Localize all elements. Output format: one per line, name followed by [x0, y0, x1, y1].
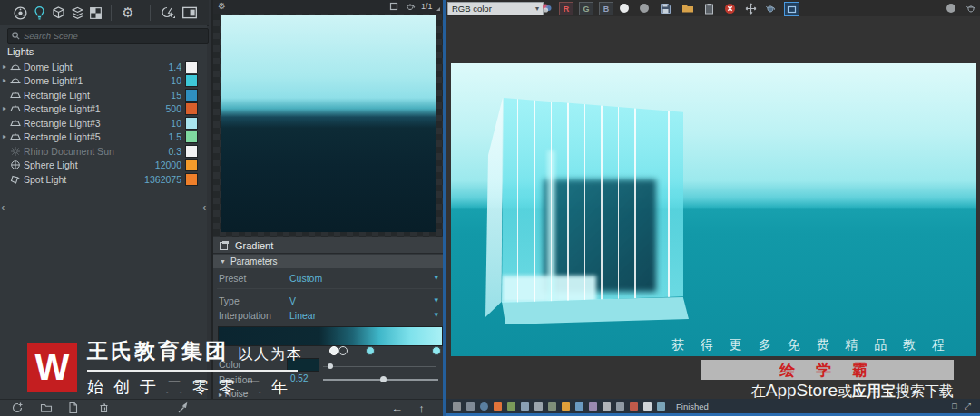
delete-icon[interactable]: [98, 401, 112, 415]
settings-icon[interactable]: ⚙: [120, 5, 136, 21]
light-color-swatch[interactable]: [185, 173, 198, 186]
track-mouse-icon[interactable]: [744, 2, 758, 15]
type-dropdown[interactable]: V: [289, 295, 296, 306]
save-image-icon[interactable]: [659, 2, 672, 15]
status-toolbar-icon[interactable]: [521, 402, 529, 411]
preview-zoom-level[interactable]: 1/1: [421, 2, 433, 11]
textures-tab-icon[interactable]: [87, 5, 103, 21]
stats-toggle-icon[interactable]: □: [952, 401, 956, 411]
interactive-render-icon[interactable]: [160, 5, 176, 21]
open-folder-icon[interactable]: [40, 401, 54, 415]
status-toolbar-icon[interactable]: [494, 402, 502, 411]
light-color-swatch[interactable]: [185, 159, 198, 171]
status-toolbar-icon[interactable]: [630, 402, 638, 411]
light-row[interactable]: Rectangle Light 15: [0, 88, 207, 102]
preset-dropdown[interactable]: Custom: [289, 273, 322, 284]
panel-collapse-handle[interactable]: ‹: [1, 200, 5, 214]
green-channel-button[interactable]: G: [579, 2, 593, 15]
light-color-swatch[interactable]: [185, 117, 198, 130]
red-channel-button[interactable]: R: [559, 2, 573, 15]
status-toolbar-icon[interactable]: [603, 402, 611, 411]
zoom-dropdown-corner-icon[interactable]: [436, 7, 440, 11]
spot-light-icon: [9, 174, 24, 185]
color-mini-slider-handle[interactable]: [328, 363, 333, 369]
light-row[interactable]: ▸ Rectangle Light#5 1.5: [0, 130, 207, 143]
status-toolbar-icon[interactable]: [562, 402, 570, 411]
color-mini-slider[interactable]: [323, 366, 436, 367]
light-row[interactable]: Spot Light 1362075: [0, 172, 207, 186]
parameters-section-header[interactable]: ▼ Parameters: [213, 255, 446, 268]
preview-settings-icon[interactable]: ⚙: [218, 1, 226, 11]
expand-arrow-icon[interactable]: ▸: [0, 63, 9, 71]
gradient-stop[interactable]: [366, 346, 375, 355]
chevron-down-icon[interactable]: ▾: [434, 273, 438, 282]
panel-collapse-handle[interactable]: ‹: [202, 200, 206, 214]
status-toolbar-icon[interactable]: [643, 402, 652, 411]
light-color-swatch[interactable]: [185, 61, 198, 73]
toggle-right-panel-icon[interactable]: [181, 5, 198, 21]
preview-teapot-icon[interactable]: [405, 2, 416, 11]
light-row[interactable]: ▸ Dome Light 1.4: [0, 60, 207, 73]
expand-arrow-icon[interactable]: ▸: [0, 104, 9, 112]
back-arrow-icon[interactable]: ←: [390, 401, 404, 415]
light-row[interactable]: ▸ Dome Light#1 10: [0, 73, 207, 87]
interpolation-dropdown[interactable]: Linear: [289, 310, 316, 321]
add-asset-icon[interactable]: [11, 401, 24, 415]
light-color-swatch[interactable]: [185, 74, 198, 87]
rectangle-light-icon: [9, 90, 24, 101]
chevron-down-icon[interactable]: ▾: [434, 295, 438, 305]
status-toolbar-icon[interactable]: [589, 402, 597, 411]
gradient-stop-selected[interactable]: [329, 346, 338, 355]
status-toolbar-icon[interactable]: [507, 402, 515, 411]
status-toolbar-icon[interactable]: [534, 402, 543, 411]
render-last-icon[interactable]: [764, 2, 778, 15]
rendered-image[interactable]: 获 得 更 多 免 费 精 品 教 程: [451, 63, 976, 356]
light-color-swatch[interactable]: [185, 145, 198, 158]
light-color-swatch[interactable]: [185, 89, 198, 102]
expand-arrow-icon[interactable]: ▸: [0, 132, 9, 140]
status-toolbar-icon[interactable]: [616, 402, 624, 411]
region-render-icon[interactable]: [784, 2, 799, 16]
monochrome-icon[interactable]: [640, 4, 649, 13]
light-row[interactable]: Rectangle Light#3 10: [0, 116, 207, 130]
light-color-swatch[interactable]: [185, 102, 198, 115]
rgb-channels-icon[interactable]: [540, 2, 554, 15]
resize-icon[interactable]: ⤢: [965, 401, 971, 411]
position-slider-handle[interactable]: [380, 376, 387, 382]
sphere-preview-icon[interactable]: [946, 4, 956, 13]
clear-image-icon[interactable]: [723, 2, 737, 15]
gradient-stop[interactable]: [338, 346, 348, 355]
lights-tab-icon[interactable]: [31, 5, 47, 21]
expand-arrow-icon[interactable]: ▸: [0, 76, 9, 84]
light-row[interactable]: Rhino Document Sun 0.3: [0, 144, 207, 158]
status-toolbar-icon[interactable]: [480, 402, 488, 411]
teapot-preview-icon[interactable]: [965, 2, 978, 15]
watermark-logo: W: [27, 343, 77, 392]
purge-icon[interactable]: [176, 401, 190, 415]
light-color-swatch[interactable]: [185, 131, 198, 143]
status-toolbar-icon[interactable]: [453, 402, 461, 411]
gradient-ramp[interactable]: [218, 326, 443, 346]
search-input[interactable]: Search Scene: [7, 28, 209, 44]
geometry-tab-icon[interactable]: [50, 5, 66, 21]
status-toolbar-icon[interactable]: [657, 402, 665, 411]
channel-select[interactable]: RGB color ▾: [447, 2, 544, 15]
status-toolbar-icon[interactable]: [466, 402, 475, 411]
chevron-down-icon[interactable]: ▾: [434, 310, 438, 319]
up-arrow-icon[interactable]: ↑: [415, 401, 428, 415]
light-row[interactable]: Sphere Light 12000: [0, 158, 207, 171]
blue-channel-button[interactable]: B: [599, 2, 613, 15]
load-image-icon[interactable]: [681, 2, 694, 15]
render-assets-icon[interactable]: [12, 5, 28, 21]
preview-shape-rect-icon[interactable]: [389, 2, 398, 11]
file-icon[interactable]: [67, 401, 81, 415]
gradient-stop[interactable]: [432, 346, 441, 355]
white-balance-icon[interactable]: [620, 4, 629, 13]
clipboard-icon[interactable]: [702, 2, 716, 15]
light-row[interactable]: ▸ Rectangle Light#1 500: [0, 102, 207, 115]
watermark-underline: [87, 370, 298, 372]
render-elements-tab-icon[interactable]: [69, 5, 85, 21]
texture-preview-area[interactable]: [213, 14, 446, 237]
status-toolbar-icon[interactable]: [548, 402, 556, 411]
status-toolbar-icon[interactable]: [575, 402, 583, 411]
